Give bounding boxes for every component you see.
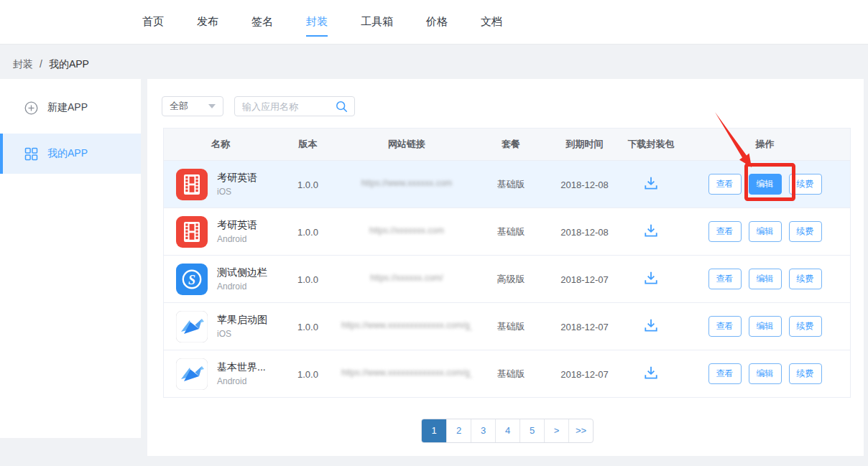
edit-button[interactable]: 编辑: [749, 363, 782, 384]
download-icon[interactable]: [643, 318, 659, 332]
version-value: 1.0.0: [297, 180, 318, 190]
version-value: 1.0.0: [297, 322, 318, 332]
download-icon[interactable]: [643, 271, 659, 285]
expire-value: 2018-12-08: [560, 180, 609, 190]
table-row: 基本世界...Android1.0.0https://www.xxxxxxxxx…: [164, 350, 850, 397]
renew-button[interactable]: 续费: [789, 221, 822, 242]
nav-tab[interactable]: 发布: [197, 0, 218, 44]
table-row: 苹果启动图iOS1.0.0https://www.xxxxxxxxxxxxx.c…: [164, 302, 850, 350]
expire-cell: 2018-12-07: [547, 368, 622, 381]
app-name: 考研英语: [217, 219, 257, 232]
app-name-block: 基本世界...Android: [217, 361, 266, 386]
s-logo-icon: S: [176, 264, 208, 295]
table-body: 考研英语iOS1.0.0https://www.xxxxxx.com基础版201…: [164, 160, 850, 397]
breadcrumb-link[interactable]: 封装: [13, 58, 33, 71]
website-link-redacted: https://www.xxxxxxxxxxxxx.com/g_...: [341, 320, 472, 330]
origami-bird-icon: [176, 358, 208, 390]
view-button[interactable]: 查看: [708, 316, 742, 337]
content-card: 全部 名称版本网站链接套餐到期时间下载封装包操作 考研英语iOS1.0.0htt…: [147, 79, 864, 456]
nav-tab[interactable]: 价格: [426, 0, 448, 44]
app-name: 基本世界...: [217, 361, 266, 374]
sidebar-item-label: 新建APP: [47, 101, 88, 114]
sidebar-item[interactable]: 我的APP: [0, 134, 141, 174]
top-bar: 首页发布签名封装工具箱价格文档: [0, 0, 868, 45]
app-name: 苹果启动图: [217, 314, 267, 327]
search-input[interactable]: [242, 101, 336, 112]
plan-value: 基础版: [497, 179, 525, 190]
page-button[interactable]: 1: [422, 419, 446, 442]
app-name-block: 考研英语Android: [217, 219, 257, 244]
edit-button[interactable]: 编辑: [749, 269, 782, 289]
actions-cell: 查看编辑续费: [680, 363, 850, 384]
app-name-block: 考研英语iOS: [217, 172, 257, 197]
expire-value: 2018-12-07: [560, 369, 609, 380]
page-button[interactable]: 4: [495, 419, 520, 442]
actions-cell: 查看编辑续费: [680, 316, 850, 337]
expire-cell: 2018-12-08: [547, 225, 622, 238]
view-button[interactable]: 查看: [708, 269, 742, 289]
table-row: S测试侧边栏Android1.0.0https://xxxxxx.com/高级版…: [164, 255, 850, 302]
pagination: 12345>>>: [421, 419, 594, 443]
page-button[interactable]: >>: [568, 419, 593, 442]
download-icon[interactable]: [643, 223, 659, 238]
download-cell: [622, 318, 680, 335]
page-button[interactable]: 3: [471, 419, 495, 442]
website-link-redacted: https://www.xxxxxx.com: [361, 178, 453, 188]
table-header-cell: 操作: [680, 138, 850, 151]
version-value: 1.0.0: [297, 369, 318, 380]
nav-tab[interactable]: 文档: [481, 0, 502, 44]
table-header-cell: 套餐: [475, 138, 547, 151]
renew-button[interactable]: 续费: [789, 174, 822, 195]
search-box: [234, 96, 355, 116]
renew-button[interactable]: 续费: [789, 363, 822, 384]
plan-value: 基础版: [497, 368, 525, 379]
edit-button[interactable]: 编辑: [749, 316, 782, 337]
sidebar-item[interactable]: 新建APP: [0, 88, 141, 128]
filter-select[interactable]: 全部: [162, 96, 223, 116]
view-button[interactable]: 查看: [708, 363, 742, 384]
main-nav: 首页发布签名封装工具箱价格文档: [142, 0, 502, 44]
website-link-redacted: https://xxxxxx.com/: [370, 273, 443, 283]
nav-tab[interactable]: 签名: [251, 0, 273, 44]
plus-circle-icon: [24, 101, 38, 115]
website-link-cell: https://www.xxxxxxxxxxxxx.com/g_...: [338, 320, 475, 333]
name-cell: 基本世界...Android: [164, 358, 277, 390]
app-name: 考研英语: [217, 172, 257, 185]
nav-tab[interactable]: 首页: [142, 0, 164, 44]
search-icon[interactable]: [336, 101, 348, 113]
expire-value: 2018-12-08: [560, 227, 609, 238]
sidebar-item-label: 我的APP: [47, 147, 88, 160]
download-icon[interactable]: [643, 176, 659, 190]
table-header-cell: 网站链接: [338, 138, 475, 151]
app-name-block: 苹果启动图iOS: [217, 314, 267, 339]
actions-cell: 查看编辑续费: [680, 174, 850, 195]
view-button[interactable]: 查看: [708, 221, 742, 242]
view-button[interactable]: 查看: [708, 174, 742, 195]
version-value: 1.0.0: [297, 274, 318, 285]
renew-button[interactable]: 续费: [789, 316, 822, 337]
version-cell: 1.0.0: [277, 368, 338, 381]
svg-text:S: S: [188, 272, 195, 286]
nav-tab[interactable]: 工具箱: [361, 0, 393, 44]
app-platform: iOS: [217, 329, 267, 339]
app-platform: Android: [217, 376, 266, 386]
edit-button[interactable]: 编辑: [749, 221, 782, 242]
page-button[interactable]: >: [544, 419, 568, 442]
plan-value: 高级版: [497, 274, 525, 284]
renew-button[interactable]: 续费: [789, 269, 822, 289]
version-cell: 1.0.0: [277, 225, 338, 238]
expire-value: 2018-12-07: [560, 322, 609, 332]
nav-tab[interactable]: 封装: [306, 0, 328, 44]
expire-cell: 2018-12-07: [547, 320, 622, 333]
page-button[interactable]: 5: [520, 419, 544, 442]
table-header-cell: 下载封装包: [622, 138, 680, 151]
expire-cell: 2018-12-07: [547, 273, 622, 286]
edit-button[interactable]: 编辑: [749, 174, 782, 195]
app-platform: iOS: [217, 187, 257, 197]
app-name: 测试侧边栏: [217, 266, 267, 279]
page-button[interactable]: 2: [446, 419, 471, 442]
breadcrumb-current: 我的APP: [49, 58, 89, 71]
download-icon[interactable]: [643, 365, 659, 380]
sidebar: 新建APP我的APP: [0, 79, 141, 438]
app-platform: Android: [217, 281, 267, 292]
